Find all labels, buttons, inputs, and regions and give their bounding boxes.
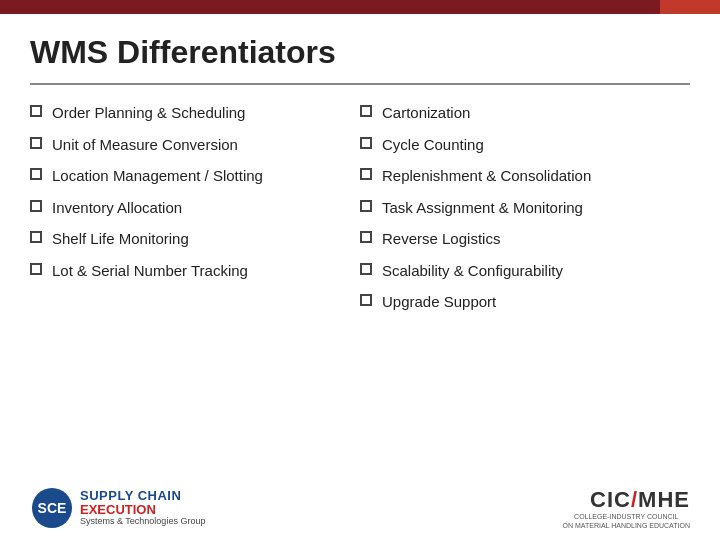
top-bar-dark: [0, 0, 660, 14]
bullet-right-3: [360, 200, 372, 212]
sce-logo: SCE SUPPLY CHAIN EXECUTION Systems & Tec…: [30, 486, 205, 530]
page-title: WMS Differentiators: [30, 34, 690, 71]
right-item-text-0: Cartonization: [382, 103, 670, 123]
cicmhe-name: CIC/MHE: [590, 487, 690, 513]
sce-logo-text: SUPPLY CHAIN EXECUTION Systems & Technol…: [80, 489, 205, 527]
right-item-text-2: Replenishment & Consolidation: [382, 166, 670, 186]
right-column-item-3: Task Assignment & Monitoring: [360, 198, 670, 218]
main-content: WMS Differentiators Order Planning & Sch…: [0, 14, 720, 540]
bullet-right-6: [360, 294, 372, 306]
bullet-left-1: [30, 137, 42, 149]
right-column: Cartonization Cycle Counting Replenishme…: [360, 103, 690, 470]
left-item-text-3: Inventory Allocation: [52, 198, 340, 218]
right-column-item-2: Replenishment & Consolidation: [360, 166, 670, 186]
svg-text:SCE: SCE: [38, 500, 67, 516]
bullet-left-0: [30, 105, 42, 117]
sce-sub-label: Systems & Technologies Group: [80, 517, 205, 527]
left-column-item-5: Lot & Serial Number Tracking: [30, 261, 340, 281]
footer: SCE SUPPLY CHAIN EXECUTION Systems & Tec…: [30, 480, 690, 530]
left-column-item-2: Location Management / Slotting: [30, 166, 340, 186]
sce-supply-label: SUPPLY CHAIN: [80, 489, 205, 503]
right-column-item-5: Scalability & Configurability: [360, 261, 670, 281]
right-item-text-4: Reverse Logistics: [382, 229, 670, 249]
cicmhe-prefix: CIC: [590, 487, 631, 512]
bullet-left-2: [30, 168, 42, 180]
left-item-text-4: Shelf Life Monitoring: [52, 229, 340, 249]
left-item-text-2: Location Management / Slotting: [52, 166, 340, 186]
sce-execution-label: EXECUTION: [80, 503, 205, 517]
right-item-text-3: Task Assignment & Monitoring: [382, 198, 670, 218]
cicmhe-suffix: MHE: [638, 487, 690, 512]
top-bar-accent: [660, 0, 720, 14]
content-columns: Order Planning & Scheduling Unit of Meas…: [30, 103, 690, 470]
right-column-item-4: Reverse Logistics: [360, 229, 670, 249]
bullet-right-0: [360, 105, 372, 117]
left-item-text-1: Unit of Measure Conversion: [52, 135, 340, 155]
bullet-right-2: [360, 168, 372, 180]
right-item-text-6: Upgrade Support: [382, 292, 670, 312]
left-column: Order Planning & Scheduling Unit of Meas…: [30, 103, 360, 470]
bullet-left-3: [30, 200, 42, 212]
bullet-right-4: [360, 231, 372, 243]
sce-logo-icon: SCE: [30, 486, 74, 530]
bullet-right-5: [360, 263, 372, 275]
left-column-item-4: Shelf Life Monitoring: [30, 229, 340, 249]
right-column-item-0: Cartonization: [360, 103, 670, 123]
divider: [30, 83, 690, 85]
left-column-item-0: Order Planning & Scheduling: [30, 103, 340, 123]
right-item-text-5: Scalability & Configurability: [382, 261, 670, 281]
left-item-text-5: Lot & Serial Number Tracking: [52, 261, 340, 281]
left-column-item-3: Inventory Allocation: [30, 198, 340, 218]
cicmhe-sub: COLLEGE-INDUSTRY COUNCIL ON MATERIAL HAN…: [563, 513, 690, 530]
cicmhe-logo: CIC/MHE COLLEGE-INDUSTRY COUNCIL ON MATE…: [563, 487, 690, 530]
bullet-right-1: [360, 137, 372, 149]
bullet-left-4: [30, 231, 42, 243]
right-column-item-6: Upgrade Support: [360, 292, 670, 312]
left-item-text-0: Order Planning & Scheduling: [52, 103, 340, 123]
left-column-item-1: Unit of Measure Conversion: [30, 135, 340, 155]
right-item-text-1: Cycle Counting: [382, 135, 670, 155]
top-bar: [0, 0, 720, 14]
right-column-item-1: Cycle Counting: [360, 135, 670, 155]
bullet-left-5: [30, 263, 42, 275]
